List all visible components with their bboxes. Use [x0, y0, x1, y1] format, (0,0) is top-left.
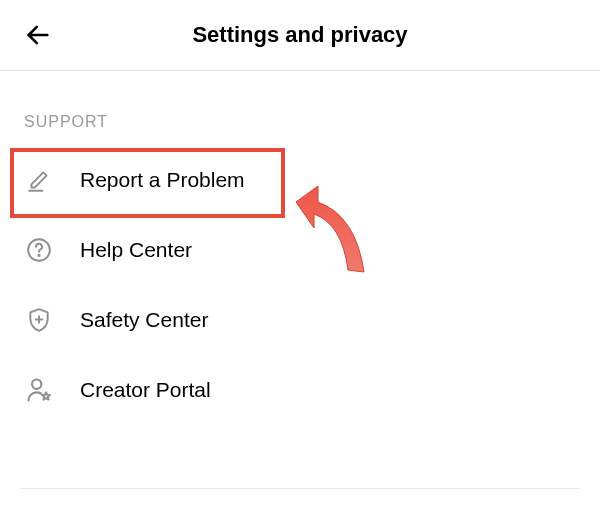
menu-item-help-center[interactable]: Help Center [0, 215, 600, 285]
header: Settings and privacy [0, 0, 600, 70]
shield-plus-icon [24, 305, 54, 335]
menu-item-creator-portal[interactable]: Creator Portal [0, 355, 600, 425]
arrow-left-icon [24, 21, 52, 49]
support-menu: Report a Problem Help Center Safety Cent… [0, 145, 600, 425]
bottom-divider [20, 488, 580, 489]
person-star-icon [24, 375, 54, 405]
menu-item-label: Report a Problem [80, 168, 245, 192]
back-button[interactable] [22, 19, 54, 51]
question-icon [24, 235, 54, 265]
menu-item-label: Help Center [80, 238, 192, 262]
pencil-icon [24, 165, 54, 195]
menu-item-safety-center[interactable]: Safety Center [0, 285, 600, 355]
svg-point-3 [38, 255, 39, 256]
section-header-support: SUPPORT [0, 71, 600, 145]
menu-item-label: Creator Portal [80, 378, 211, 402]
menu-item-label: Safety Center [80, 308, 208, 332]
page-title: Settings and privacy [20, 22, 580, 48]
menu-item-report-problem[interactable]: Report a Problem [0, 145, 600, 215]
svg-point-6 [32, 380, 41, 389]
